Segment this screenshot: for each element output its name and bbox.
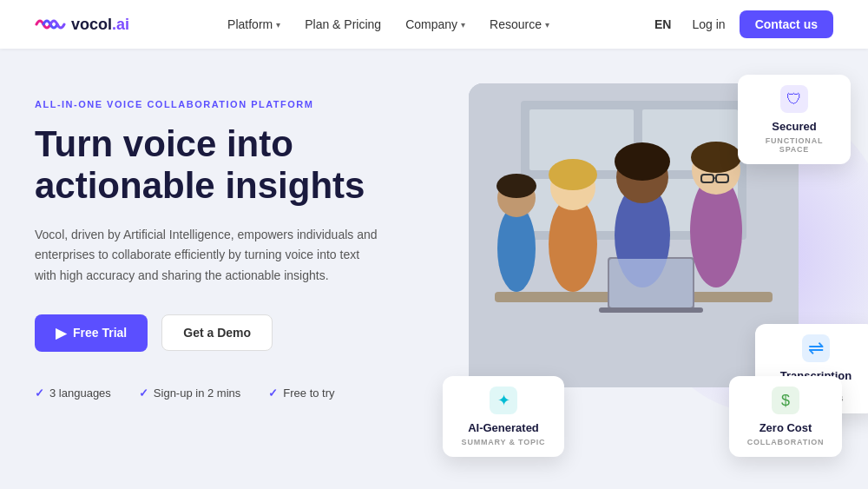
hero-title: Turn voice into actionable insights: [35, 123, 521, 208]
svg-point-20: [549, 159, 597, 190]
card-zero-cost: $ Zero Cost COLLABORATION: [729, 376, 842, 457]
svg-point-17: [615, 142, 670, 181]
logo-svg: [35, 16, 66, 33]
svg-point-11: [691, 142, 741, 173]
ai-icon: ✦: [490, 387, 517, 414]
nav-links: Platform ▾ Plan & Pricing Company ▾ Reso…: [227, 17, 549, 31]
chevron-down-icon: ▾: [276, 20, 280, 30]
svg-rect-8: [599, 307, 703, 313]
navbar: vocol.ai Platform ▾ Plan & Pricing Compa…: [0, 0, 868, 49]
hero-section: ALL-IN-ONE VOICE COLLABORATION PLATFORM …: [0, 49, 868, 489]
get-demo-button[interactable]: Get a Demo: [161, 314, 273, 351]
chevron-down-icon: ▾: [461, 20, 465, 30]
login-button[interactable]: Log in: [692, 17, 725, 31]
dollar-icon: $: [772, 387, 799, 414]
svg-point-23: [496, 174, 536, 198]
card-secured-title: Secured: [772, 120, 816, 133]
card-zerocost-subtitle: COLLABORATION: [747, 438, 825, 446]
card-zerocost-title: Zero Cost: [760, 421, 812, 434]
contact-button[interactable]: Contact us: [740, 10, 833, 38]
hero-description: Vocol, driven by Artificial Intelligence…: [35, 225, 382, 287]
svg-point-18: [549, 196, 597, 292]
badge-languages: ✓ 3 languages: [35, 387, 111, 400]
free-trial-button[interactable]: ▶ Free Trial: [35, 314, 148, 352]
svg-point-21: [497, 205, 536, 292]
translate-icon: ⇌: [802, 334, 830, 362]
language-selector[interactable]: EN: [648, 14, 678, 35]
card-secured: 🛡 Secured FUNCTIONAL SPACE: [738, 75, 851, 164]
hero-visual: 🛡 Secured FUNCTIONAL SPACE ⇌ Transcripti…: [469, 83, 868, 466]
hero-buttons: ▶ Free Trial Get a Demo: [35, 314, 521, 352]
card-ai-generated: ✦ AI-Generated SUMMARY & TOPIC: [443, 376, 564, 457]
nav-item-company[interactable]: Company ▾: [405, 17, 465, 31]
shield-icon: 🛡: [780, 85, 808, 113]
logo[interactable]: vocol.ai: [35, 16, 129, 34]
svg-rect-24: [609, 259, 693, 307]
trial-icon: ▶: [56, 325, 66, 341]
nav-item-platform[interactable]: Platform ▾: [227, 17, 280, 31]
badge-signup: ✓ Sign-up in 2 mins: [139, 387, 240, 400]
card-secured-subtitle: FUNCTIONAL SPACE: [752, 136, 837, 154]
chevron-down-icon: ▾: [545, 20, 549, 30]
hero-subtitle: ALL-IN-ONE VOICE COLLABORATION PLATFORM: [35, 99, 521, 109]
logo-text: vocol.ai: [71, 16, 129, 34]
badge-free: ✓ Free to try: [268, 387, 334, 400]
nav-item-resource[interactable]: Resource ▾: [490, 17, 549, 31]
nav-item-pricing[interactable]: Plan & Pricing: [305, 17, 381, 31]
nav-right: EN Log in Contact us: [648, 10, 833, 38]
card-ai-subtitle: SUMMARY & TOPIC: [462, 438, 546, 446]
logo-icon: [35, 16, 66, 33]
card-ai-title: AI-Generated: [468, 421, 539, 434]
